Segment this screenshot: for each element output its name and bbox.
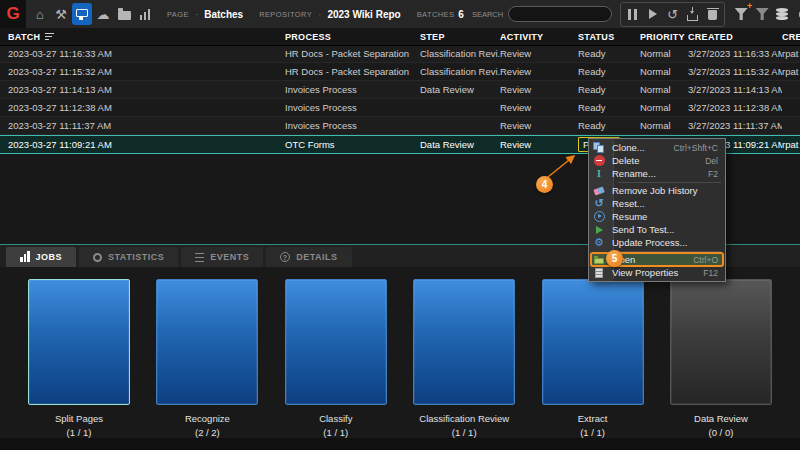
activity-cell: Review — [500, 48, 578, 59]
job-card-recognize[interactable] — [156, 279, 258, 405]
monitor-icon — [76, 9, 88, 17]
status-cell: Ready — [578, 120, 640, 131]
batches-page-icon[interactable] — [72, 3, 92, 25]
column-header-created[interactable]: CREATED — [688, 32, 782, 42]
database-icon[interactable] — [772, 3, 792, 25]
job-name: Recognize — [185, 412, 230, 426]
trash-icon[interactable] — [703, 3, 722, 25]
table-row[interactable]: 2023-03-27 11:11:37 AM Invoices Process … — [0, 117, 800, 135]
history-icon[interactable]: ↺ — [663, 3, 682, 25]
footer-strip — [0, 438, 800, 450]
job-classification-review: Classification Review (1 / 1) — [407, 279, 521, 450]
job-card-classification-review[interactable] — [413, 279, 515, 405]
home-icon[interactable]: ⌂ — [30, 3, 50, 25]
job-card-split-pages[interactable] — [28, 279, 130, 405]
events-list-icon — [195, 253, 204, 262]
status-cell: Ready — [578, 84, 640, 95]
statistics-icon — [93, 253, 102, 262]
batch-cell: 2023-03-27 11:14:13 AM — [8, 84, 285, 95]
menu-item-send-to-test[interactable]: Send To Test... — [591, 223, 723, 236]
priority-cell: Normal — [640, 120, 688, 131]
priority-cell: Normal — [640, 48, 688, 59]
tab-jobs[interactable]: JOBS — [6, 247, 76, 267]
created-cell: 3/27/2023 11:16:33 AM — [688, 48, 782, 59]
page-value[interactable]: Batches — [204, 9, 243, 20]
top-toolbar: G ⌂ ⚒ ☁ PAGE · Batches REPOSITORY · 2023… — [0, 0, 800, 29]
tab-label: STATISTICS — [108, 252, 164, 262]
column-header-activity[interactable]: ACTIVITY — [500, 32, 578, 42]
job-card-classify[interactable] — [285, 279, 387, 405]
jobs-chart-icon — [20, 252, 30, 262]
job-name: Extract — [578, 412, 608, 426]
user-account-icon[interactable] — [795, 3, 800, 25]
stats-chart-icon[interactable] — [135, 3, 155, 25]
grooper-logo: G — [0, 0, 26, 28]
batch-cell: 2023-03-27 11:16:33 AM — [8, 48, 285, 59]
created-cell: 3/27/2023 11:14:13 AM — [688, 84, 782, 95]
tab-label: DETAILS — [296, 252, 337, 262]
menu-item-label: View Properties — [612, 267, 678, 278]
cloud-icon[interactable]: ☁ — [93, 3, 113, 25]
menu-item-resume[interactable]: Resume — [591, 210, 723, 223]
menu-item-label: Remove Job History — [612, 185, 698, 196]
process-cell: OTC Forms — [285, 139, 420, 150]
tab-statistics[interactable]: STATISTICS — [79, 247, 178, 267]
tab-events[interactable]: EVENTS — [181, 247, 263, 267]
menu-item-reset[interactable]: Reset... — [591, 197, 723, 210]
column-header-status[interactable]: STATUS — [578, 32, 640, 42]
menu-item-view-properties[interactable]: View Properties F12 — [591, 266, 723, 279]
activity-cell: Review — [500, 66, 578, 77]
sort-icon[interactable] — [45, 33, 54, 41]
tab-details[interactable]: DETAILS — [266, 247, 351, 267]
created-by-cell: rpat — [782, 48, 800, 59]
job-extract: Extract (1 / 1) — [536, 279, 650, 450]
tools-icon[interactable]: ⚒ — [51, 3, 71, 25]
menu-item-update-process[interactable]: Update Process... — [591, 236, 723, 249]
menu-item-remove-job-history[interactable]: Remove Job History — [591, 184, 723, 197]
step-cell: Data Review — [420, 139, 500, 150]
job-classify: Classify (1 / 1) — [279, 279, 393, 450]
submit-icon[interactable] — [683, 3, 702, 25]
table-row[interactable]: 2023-03-27 11:15:32 AM HR Docs - Packet … — [0, 63, 800, 81]
job-card-data-review[interactable] — [670, 279, 772, 405]
column-header-step[interactable]: STEP — [420, 32, 500, 42]
rename-icon — [593, 168, 605, 180]
pause-icon[interactable] — [623, 3, 642, 25]
search-input[interactable] — [508, 6, 612, 22]
job-name: Data Review — [694, 412, 748, 426]
menu-item-shortcut: F2 — [708, 169, 723, 179]
menu-item-rename[interactable]: Rename... F2 — [591, 167, 723, 180]
menu-separator — [618, 182, 721, 183]
search-area: SEARCH — [472, 6, 612, 22]
menu-item-delete[interactable]: Delete Del — [591, 154, 723, 167]
tab-label: EVENTS — [210, 252, 249, 262]
add-filter-icon[interactable]: + — [731, 3, 751, 25]
menu-item-shortcut: Del — [705, 156, 723, 166]
table-row[interactable]: 2023-03-27 11:14:13 AM Invoices Process … — [0, 81, 800, 99]
jobs-panel: Split Pages (1 / 1) Recognize (2 / 2) Cl… — [0, 267, 800, 450]
status-cell: Ready — [578, 66, 640, 77]
repository-value[interactable]: 2023 Wiki Repo — [327, 9, 400, 20]
column-header-priority[interactable]: PRIORITY — [640, 32, 688, 42]
play-icon[interactable] — [643, 3, 662, 25]
filter-icon[interactable] — [752, 3, 772, 25]
column-header-process[interactable]: PROCESS — [285, 32, 420, 42]
process-cell: HR Docs - Packet Separation — [285, 48, 420, 59]
process-cell: Invoices Process — [285, 120, 420, 131]
job-data-review: Data Review (0 / 0) — [664, 279, 778, 450]
table-row[interactable]: 2023-03-27 11:12:38 AM Invoices Process … — [0, 99, 800, 117]
menu-item-label: Delete — [612, 155, 639, 166]
batch-cell: 2023-03-27 11:12:38 AM — [8, 102, 285, 113]
column-header-batch[interactable]: BATCH — [8, 32, 285, 42]
priority-cell: Normal — [640, 102, 688, 113]
folder-icon[interactable] — [114, 3, 134, 25]
batch-table-header: BATCH PROCESS STEP ACTIVITY STATUS PRIOR… — [0, 28, 800, 46]
remove-history-icon — [593, 185, 605, 197]
created-cell: 3/27/2023 11:12:38 AM — [688, 102, 782, 113]
menu-item-clone[interactable]: Clone... Ctrl+Shft+C — [591, 141, 723, 154]
job-card-extract[interactable] — [542, 279, 644, 405]
table-row[interactable]: 2023-03-27 11:16:33 AM HR Docs - Packet … — [0, 45, 800, 63]
step-cell: Classification Revi... — [420, 66, 500, 77]
logo-letter: G — [6, 4, 19, 24]
column-header-created-by[interactable]: CREATED BY — [782, 32, 800, 42]
